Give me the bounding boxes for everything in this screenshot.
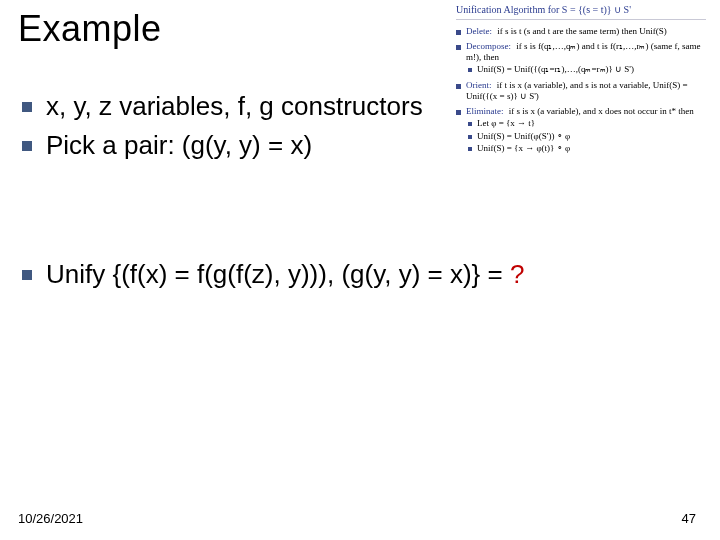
bullet-text: x, y, z variables, f, g constructors (46, 90, 423, 123)
bullet-text: Unify {(f(x) = f(g(f(z), y))), (g(y, y) … (46, 258, 524, 291)
ref-label: Eliminate: (466, 106, 504, 116)
square-bullet-icon (468, 122, 472, 126)
ref-body: Unif(S) = Unif(φ(S')) ∘ φ (477, 131, 570, 142)
square-bullet-icon (456, 110, 461, 115)
ref-subitem: Unif(S) = {x → φ(t)} ∘ φ (468, 143, 706, 154)
ref-label: Decompose: (466, 41, 511, 51)
square-bullet-icon (468, 147, 472, 151)
bullet-item-1: x, y, z variables, f, g constructors (22, 90, 460, 123)
ref-label: Delete: (466, 26, 492, 36)
ref-item-eliminate: Eliminate: if s is x (a variable), and x… (456, 106, 706, 117)
ref-body: if s is x (a variable), and x does not o… (509, 106, 694, 116)
ref-body: if t is x (a variable), and s is not a v… (466, 80, 688, 101)
ref-subitem: Unif(S) = Unif({(q₁=r₁),…,(qₘ=rₘ)} ∪ S') (468, 64, 706, 75)
square-bullet-icon (468, 135, 472, 139)
reference-panel: Unification Algorithm for S = {(s = t)} … (456, 4, 706, 154)
slide: Example x, y, z variables, f, g construc… (0, 0, 720, 540)
footer-page-number: 47 (682, 511, 696, 526)
square-bullet-icon (456, 45, 461, 50)
bullet-item-2: Pick a pair: (g(y, y) = x) (22, 129, 460, 162)
square-bullet-icon (22, 270, 32, 280)
square-bullet-icon (456, 84, 461, 89)
ref-body: Let φ = {x → t} (477, 118, 535, 129)
slide-title: Example (18, 8, 162, 50)
bullet-item-3: Unify {(f(x) = f(g(f(z), y))), (g(y, y) … (22, 258, 690, 291)
ref-subitem: Unif(S) = Unif(φ(S')) ∘ φ (468, 131, 706, 142)
square-bullet-icon (468, 68, 472, 72)
square-bullet-icon (456, 30, 461, 35)
reference-heading: Unification Algorithm for S = {(s = t)} … (456, 4, 706, 20)
footer-date: 10/26/2021 (18, 511, 83, 526)
ref-body: if s is t (s and t are the same term) th… (497, 26, 666, 36)
ref-item-decompose: Decompose: if s is f(q₁,…,qₘ) and t is f… (456, 41, 706, 64)
ref-body: Unif(S) = {x → φ(t)} ∘ φ (477, 143, 570, 154)
bullet3-question-mark: ? (510, 259, 524, 289)
ref-item-delete: Delete: if s is t (s and t are the same … (456, 26, 706, 37)
ref-body: Unif(S) = Unif({(q₁=r₁),…,(qₘ=rₘ)} ∪ S') (477, 64, 634, 75)
ref-label: Orient: (466, 80, 492, 90)
bullet-list: x, y, z variables, f, g constructors Pic… (22, 90, 460, 167)
square-bullet-icon (22, 141, 32, 151)
bullet-text: Pick a pair: (g(y, y) = x) (46, 129, 312, 162)
ref-item-orient: Orient: if t is x (a variable), and s is… (456, 80, 706, 103)
square-bullet-icon (22, 102, 32, 112)
ref-subitem: Let φ = {x → t} (468, 118, 706, 129)
bullet3-prefix: Unify {(f(x) = f(g(f(z), y))), (g(y, y) … (46, 259, 510, 289)
